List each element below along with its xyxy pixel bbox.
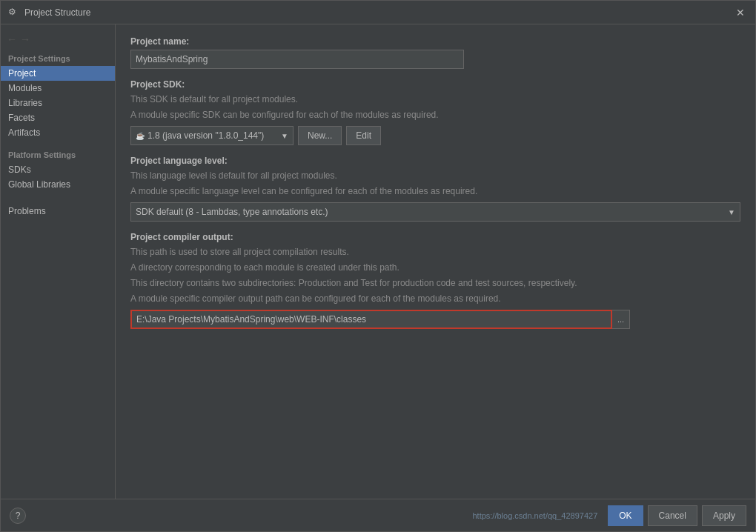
main-panel: Project name: Project SDK: This SDK is d… [116, 24, 755, 499]
ok-button[interactable]: OK [608, 505, 643, 526]
compiler-desc3: This directory contains two subdirectori… [130, 276, 740, 290]
project-language-section: Project language level: This language le… [130, 156, 740, 222]
project-name-label: Project name: [130, 36, 740, 47]
sidebar-item-problems[interactable]: Problems [1, 204, 115, 219]
edit-sdk-button[interactable]: Edit [346, 126, 381, 145]
cancel-button[interactable]: Cancel [648, 505, 697, 526]
compiler-output-input[interactable] [130, 310, 612, 329]
apply-button[interactable]: Apply [702, 505, 746, 526]
sidebar-item-libraries[interactable]: Libraries [1, 96, 115, 110]
bottom-left: ? [10, 508, 26, 524]
language-dropdown-arrow: ▼ [728, 208, 735, 216]
help-button[interactable]: ? [10, 508, 26, 524]
dialog-icon: ⚙ [8, 7, 20, 19]
compiler-desc1: This path is used to store all project c… [130, 245, 740, 259]
project-name-input[interactable] [130, 50, 464, 69]
back-arrow[interactable]: ← [7, 33, 17, 45]
new-sdk-button[interactable]: New... [298, 126, 342, 145]
title-bar: ⚙ Project Structure ✕ [1, 1, 755, 24]
compiler-desc2: A directory corresponding to each module… [130, 261, 740, 274]
sidebar-item-facets[interactable]: Facets [1, 110, 115, 125]
language-dropdown[interactable]: SDK default (8 - Lambdas, type annotatio… [130, 202, 740, 222]
language-value-label: SDK default (8 - Lambdas, type annotatio… [136, 207, 328, 217]
sidebar-item-project[interactable]: Project [1, 66, 115, 81]
bottom-bar: ? https://blog.csdn.net/qq_42897427 OK C… [1, 499, 755, 531]
dialog-title: Project Structure [24, 7, 90, 18]
close-button[interactable]: ✕ [733, 5, 748, 20]
forward-arrow[interactable]: → [20, 33, 30, 45]
project-name-section: Project name: [130, 36, 740, 69]
project-settings-label: Project Settings [1, 51, 115, 66]
sidebar-item-artifacts[interactable]: Artifacts [1, 125, 115, 140]
project-sdk-section: Project SDK: This SDK is default for all… [130, 79, 740, 145]
sdk-dropdown-arrow: ▼ [281, 132, 288, 140]
bottom-right: https://blog.csdn.net/qq_42897427 OK Can… [472, 505, 746, 526]
sidebar-item-sdks[interactable]: SDKs [1, 162, 115, 177]
dialog-content: ← → Project Settings Project Modules Lib… [1, 24, 755, 499]
nav-arrows: ← → [1, 30, 115, 51]
url-label: https://blog.csdn.net/qq_42897427 [472, 511, 597, 520]
project-sdk-desc2: A module specific SDK can be configured … [130, 108, 740, 122]
project-sdk-label: Project SDK: [130, 79, 740, 90]
sidebar-item-modules[interactable]: Modules [1, 81, 115, 96]
project-sdk-desc1: This SDK is default for all project modu… [130, 93, 740, 106]
sidebar-item-global-libraries[interactable]: Global Libraries [1, 177, 115, 192]
project-language-desc2: A module specific language level can be … [130, 184, 740, 198]
sdk-row: ☕ 1.8 (java version "1.8.0_144") ▼ New..… [130, 126, 740, 145]
title-bar-left: ⚙ Project Structure [8, 7, 90, 19]
project-structure-dialog: ⚙ Project Structure ✕ ← → Project Settin… [0, 0, 756, 532]
compiler-output-wrapper: ... [130, 310, 740, 329]
compiler-output-section: Project compiler output: This path is us… [130, 232, 740, 329]
sdk-java-icon: ☕ [136, 132, 145, 140]
project-language-label: Project language level: [130, 156, 740, 166]
compiler-output-label: Project compiler output: [130, 232, 740, 242]
project-language-desc1: This language level is default for all p… [130, 169, 740, 182]
sidebar: ← → Project Settings Project Modules Lib… [1, 24, 116, 499]
browse-button[interactable]: ... [612, 310, 630, 329]
sdk-value-label: 1.8 (java version "1.8.0_144") [147, 130, 264, 141]
platform-settings-label: Platform Settings [1, 147, 115, 162]
compiler-desc4: A module specific compiler output path c… [130, 292, 740, 305]
sdk-dropdown[interactable]: ☕ 1.8 (java version "1.8.0_144") ▼ [130, 126, 294, 145]
